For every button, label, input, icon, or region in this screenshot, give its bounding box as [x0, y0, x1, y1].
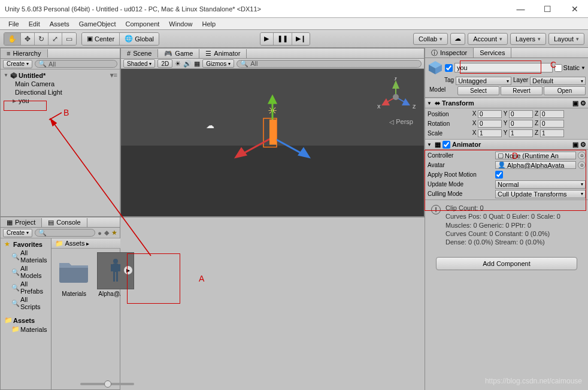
- close-button[interactable]: ✕: [561, 0, 588, 18]
- filter-icon[interactable]: ●: [98, 229, 102, 237]
- minimize-button[interactable]: —: [507, 0, 534, 18]
- hand-tool[interactable]: ✋: [4, 33, 21, 45]
- hierarchy-tab[interactable]: ≡Hierarchy: [1, 49, 48, 58]
- pos-y[interactable]: [509, 110, 533, 118]
- model-open-button[interactable]: Open: [544, 86, 586, 95]
- gear-icon[interactable]: ⚙: [580, 141, 586, 149]
- layers-dropdown[interactable]: Layers: [510, 33, 546, 45]
- menu-gameobject[interactable]: GameObject: [74, 19, 121, 29]
- inspector-tab[interactable]: ⓘInspector: [425, 48, 474, 58]
- menu-window[interactable]: Window: [164, 19, 197, 29]
- rotate-tool[interactable]: ↻: [35, 33, 49, 45]
- help-icon[interactable]: ▣: [572, 141, 578, 149]
- avatar-field[interactable]: 👤Alpha@AlphaAvata: [495, 161, 576, 169]
- filter-icon-2[interactable]: ◆: [104, 229, 109, 237]
- object-picker[interactable]: ⊙: [578, 161, 586, 169]
- fav-all-scripts[interactable]: 🔍All Scripts: [1, 295, 51, 311]
- hierarchy-search[interactable]: 🔍All: [35, 60, 117, 68]
- pos-z[interactable]: [540, 110, 564, 118]
- static-checkbox[interactable]: [554, 64, 562, 72]
- hierarchy-create[interactable]: Create: [3, 60, 32, 68]
- project-create[interactable]: Create: [3, 229, 32, 237]
- scene-tab[interactable]: #Scene: [121, 49, 158, 58]
- menu-edit[interactable]: Edit: [24, 19, 45, 29]
- scene-search[interactable]: 🔍All: [237, 60, 422, 68]
- transform-header[interactable]: ▼ ⬌ Transform ▣ ⚙: [425, 98, 588, 108]
- animator-enabled-checkbox[interactable]: [442, 141, 450, 149]
- project-item-materials[interactable]: Materials: [55, 252, 93, 297]
- pivot-global[interactable]: 🌐 Global: [120, 33, 159, 45]
- rot-y[interactable]: [509, 120, 533, 128]
- scale-y[interactable]: [509, 129, 533, 137]
- assets-header[interactable]: 📁Assets: [1, 316, 51, 325]
- shading-dropdown[interactable]: Shaded: [123, 59, 155, 68]
- scene-menu-icon[interactable]: ▾≡: [110, 71, 117, 79]
- gameobject-cube-icon[interactable]: [428, 60, 443, 75]
- account-dropdown[interactable]: Account: [468, 33, 508, 45]
- rotation-label: Rotation: [428, 120, 469, 127]
- pause-button[interactable]: ❚❚: [274, 33, 292, 45]
- cloud-button[interactable]: ☁: [450, 33, 465, 45]
- zoom-slider[interactable]: [80, 383, 134, 385]
- scene-row[interactable]: ▼ Untitled* ▾≡: [1, 71, 120, 80]
- gear-icon[interactable]: ⚙: [580, 99, 586, 107]
- culling-mode-dropdown[interactable]: Cull Update Transforms: [495, 190, 586, 198]
- layer-dropdown[interactable]: Default: [530, 77, 586, 85]
- static-toggle[interactable]: Static▼: [554, 64, 586, 72]
- scene-viewport[interactable]: ☀ ☁ y z x: [121, 69, 424, 216]
- move-tool[interactable]: ✥: [21, 33, 35, 45]
- menu-file[interactable]: File: [4, 19, 24, 29]
- 2d-toggle[interactable]: 2D: [157, 59, 172, 68]
- pivot-center[interactable]: ▣ Center: [82, 33, 120, 45]
- assets-materials[interactable]: 📁Materials: [1, 325, 51, 334]
- persp-label[interactable]: ◁ Persp: [389, 118, 413, 125]
- hierarchy-item-you[interactable]: ▶you: [1, 96, 120, 105]
- tag-dropdown[interactable]: Untagged: [456, 77, 511, 85]
- console-tab[interactable]: ▤Console: [42, 218, 87, 227]
- gizmos-dropdown[interactable]: Gizmos: [202, 59, 234, 68]
- menu-help[interactable]: Help: [197, 19, 220, 29]
- hierarchy-item-light[interactable]: Directional Light: [1, 88, 120, 96]
- favorites-header[interactable]: ★Favorites: [1, 240, 51, 249]
- model-select-button[interactable]: Select: [457, 86, 499, 95]
- object-name-field[interactable]: you: [454, 63, 553, 72]
- maximize-button[interactable]: ☐: [534, 0, 561, 18]
- menu-assets[interactable]: Assets: [45, 19, 74, 29]
- collab-dropdown[interactable]: Collab: [413, 33, 448, 45]
- fav-all-materials[interactable]: 🔍All Materials: [1, 249, 51, 264]
- light-icon[interactable]: ☀: [175, 60, 181, 68]
- svg-rect-8: [116, 272, 118, 282]
- help-icon[interactable]: ▣: [572, 99, 578, 107]
- services-tab[interactable]: Services: [474, 48, 511, 58]
- menu-component[interactable]: Component: [120, 19, 164, 29]
- update-mode-dropdown[interactable]: Normal: [495, 180, 586, 189]
- fx-icon[interactable]: ▦: [194, 60, 200, 68]
- model-revert-button[interactable]: Revert: [501, 86, 542, 95]
- object-picker[interactable]: ⊙: [578, 152, 586, 159]
- fav-all-prefabs[interactable]: 🔍All Prefabs: [1, 280, 51, 295]
- controller-field[interactable]: ▢None (Runtime An: [495, 152, 576, 159]
- rot-z[interactable]: [540, 120, 564, 128]
- add-component-button[interactable]: Add Component: [436, 257, 577, 270]
- star-icon[interactable]: ★: [111, 229, 117, 237]
- scale-z[interactable]: [540, 129, 564, 137]
- pos-x[interactable]: [478, 110, 502, 118]
- audio-icon[interactable]: 🔊: [183, 60, 192, 68]
- animator-tab[interactable]: ☰Animator: [199, 49, 247, 58]
- game-tab[interactable]: 🎮Game: [158, 49, 199, 58]
- project-tab[interactable]: ▦Project: [1, 218, 42, 227]
- fav-all-models[interactable]: 🔍All Models: [1, 264, 51, 280]
- root-motion-checkbox[interactable]: [495, 171, 503, 179]
- step-button[interactable]: ▶❙: [292, 33, 310, 45]
- scale-tool[interactable]: ⤢: [49, 33, 62, 45]
- active-checkbox[interactable]: [445, 64, 453, 72]
- scale-x[interactable]: [478, 129, 502, 137]
- play-button[interactable]: ▶: [260, 33, 274, 45]
- rect-tool[interactable]: ▭: [62, 33, 76, 45]
- rot-x[interactable]: [478, 120, 502, 128]
- axis-widget[interactable]: y z x: [376, 77, 416, 117]
- animator-header[interactable]: ▼ ▦ Animator ▣ ⚙: [425, 140, 588, 150]
- hierarchy-item-camera[interactable]: Main Camera: [1, 80, 120, 88]
- layout-dropdown[interactable]: Layout: [548, 33, 584, 45]
- project-search[interactable]: 🔍: [35, 229, 95, 237]
